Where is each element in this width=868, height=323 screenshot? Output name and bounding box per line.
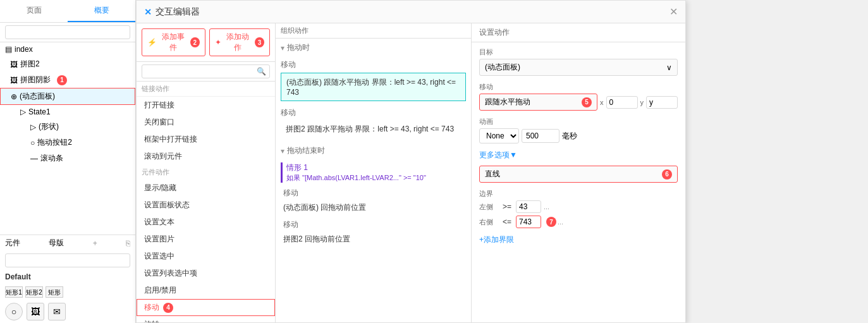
action-set-image[interactable]: 设置图片 xyxy=(137,231,275,248)
tree-item-drag-btn[interactable]: ○ 拖动按钮2 xyxy=(0,135,135,150)
action-frame-open[interactable]: 框架中打开链接 xyxy=(137,131,275,148)
left-border-label: 左侧 xyxy=(479,202,498,212)
right-val-container: 7 ... xyxy=(516,216,563,228)
action-open-link[interactable]: 打开链接 xyxy=(137,97,275,114)
add-action-button[interactable]: ✦ 添加动作 3 xyxy=(209,28,270,56)
tree-item-dynamic-panel[interactable]: ⊕ (动态面板) xyxy=(0,88,135,105)
action-move[interactable]: 移动 4 xyxy=(137,299,275,316)
drag-end-section-header[interactable]: ▾ 拖动结束时 xyxy=(276,142,471,160)
copy-icon[interactable]: ⎘ xyxy=(126,239,130,248)
action-move-label: 移动 xyxy=(144,302,159,313)
action-scroll[interactable]: 滚动到元件 xyxy=(137,148,275,165)
end-move-item-1[interactable]: (动态面板) 回拖动前位置 xyxy=(276,201,471,217)
action-panel-state[interactable]: 设置面板状态 xyxy=(137,197,275,214)
right-border-row: 右侧 <= 7 ... xyxy=(479,216,678,228)
line-select[interactable]: 直线 6 xyxy=(479,166,678,183)
purple-bar xyxy=(281,162,283,183)
y-label: y xyxy=(640,99,644,106)
more-options[interactable]: 更多选项▼ xyxy=(479,150,678,161)
tree-item-scrollbar[interactable]: — 滚动条 xyxy=(0,150,135,166)
action-search-input[interactable] xyxy=(142,64,270,78)
x-input[interactable] xyxy=(606,96,638,109)
settings-header: 设置动作 xyxy=(472,23,685,42)
action-rotate[interactable]: 旋转 xyxy=(137,316,275,322)
action-set-list-item[interactable]: 设置列表选中项 xyxy=(137,265,275,282)
condition-item: 情形 1 如果 "[Math.abs(LVAR1.left-LVAR2..." … xyxy=(276,160,471,185)
link-action-section: 链接动作 xyxy=(137,82,275,97)
move-num-badge: 5 xyxy=(578,97,592,107)
y-input[interactable] xyxy=(646,96,678,109)
tree-label: (形状) xyxy=(39,121,59,132)
tree-item-shape[interactable]: ▷ (形状) xyxy=(0,119,135,135)
minus-icon: — xyxy=(30,154,38,163)
duration-unit: 毫秒 xyxy=(562,131,577,142)
action-enable-disable[interactable]: 启用/禁用 xyxy=(137,282,275,299)
target-select[interactable]: (动态面板) ∨ xyxy=(479,59,678,76)
mail-shape[interactable]: ✉ xyxy=(48,303,66,320)
target-label: 目标 xyxy=(479,47,678,57)
num-badge-1: 1 xyxy=(57,75,67,85)
tree-item-shadow[interactable]: 🖼 拼图阴影 1 xyxy=(0,72,135,88)
drag-move-item-selected[interactable]: (动态面板) 跟随水平拖动 界限：left >= 43, right <= 74… xyxy=(281,73,466,101)
left-border-row: 左侧 >= ... xyxy=(479,200,678,213)
animation-field: 动画 None 毫秒 xyxy=(479,117,678,143)
move-select[interactable]: 跟随水平拖动 5 xyxy=(479,94,597,111)
image-shape[interactable]: 🖼 xyxy=(27,303,44,320)
tree-label: 滚动条 xyxy=(40,153,63,164)
circle-shape[interactable]: ○ xyxy=(5,303,23,320)
action-set-selected[interactable]: 设置选中 xyxy=(137,248,275,265)
action-move-num: 4 xyxy=(163,303,173,313)
duration-input[interactable] xyxy=(522,129,559,143)
left-search xyxy=(0,23,135,42)
plus-icon: ✦ xyxy=(215,38,221,47)
tab-overview[interactable]: 概要 xyxy=(68,0,135,22)
drag-section-header[interactable]: ▾ 拖动时 xyxy=(276,39,471,57)
tree-item-state1[interactable]: ▷ State1 xyxy=(0,105,135,119)
search-input[interactable] xyxy=(5,25,130,39)
element-search[interactable] xyxy=(5,253,130,267)
left-panel: 页面 概要 ▤ index 🖼 拼图2 🖼 拼图阴影 1 ⊕ (动态面板) ▷ … xyxy=(0,0,136,323)
action-show-hide[interactable]: 显示/隐藏 xyxy=(137,180,275,197)
shape-icons-row: ○ 🖼 ✉ xyxy=(0,300,135,323)
add-icon[interactable]: + xyxy=(93,239,97,248)
panel-icon: ⊕ xyxy=(11,92,17,101)
move-input-row: 跟随水平拖动 5 x y xyxy=(479,94,678,111)
line-num-badge: 6 xyxy=(658,169,672,180)
line-row: 直线 6 xyxy=(479,166,678,183)
chevron-down-icon-3: ∨ xyxy=(666,63,672,72)
close-button[interactable]: ✕ xyxy=(669,6,678,18)
dialog-body: ⚡ 添加事件 2 ✦ 添加动作 3 🔍 链接动作 打开链接 关闭窗 xyxy=(137,23,685,322)
action-set-text[interactable]: 设置文本 xyxy=(137,214,275,231)
expand-icon: ▷ xyxy=(20,107,26,116)
shape-row: 矩形1 矩形2 矩形 xyxy=(0,284,135,300)
master-tab[interactable]: 母版 xyxy=(49,238,64,248)
add-event-button[interactable]: ⚡ 添加事件 2 xyxy=(142,28,205,56)
left-panel-tabs: 页面 概要 xyxy=(0,0,135,23)
add-limit-button[interactable]: +添加界限 xyxy=(479,235,678,245)
shape-rect3[interactable]: 矩形 xyxy=(46,286,63,298)
tree-label: 拼图阴影 xyxy=(20,75,51,85)
main-dialog: ✕ 交互编辑器 ✕ ⚡ 添加事件 2 ✦ 添加动作 3 xyxy=(136,0,686,323)
action-close-window[interactable]: 关闭窗口 xyxy=(137,114,275,131)
add-event-label: 添加事件 xyxy=(159,32,188,53)
drag-move-item-2[interactable]: 拼图2 跟随水平拖动 界限：left >= 43, right <= 743 xyxy=(281,121,466,138)
shape-rect1[interactable]: 矩形1 xyxy=(5,286,23,298)
tree-label: 拼图2 xyxy=(20,59,40,70)
element-tab[interactable]: 元件 xyxy=(5,238,20,248)
left-val-input[interactable] xyxy=(516,200,541,213)
end-move-item-2[interactable]: 拼图2 回拖动前位置 xyxy=(276,233,471,248)
animation-select[interactable]: None xyxy=(479,128,519,143)
right-val-input[interactable] xyxy=(516,216,541,228)
dialog-icon: ✕ xyxy=(144,7,152,17)
shape-rect2[interactable]: 矩形2 xyxy=(25,286,43,298)
tree-item-index[interactable]: ▤ index xyxy=(0,42,135,56)
tab-page[interactable]: 页面 xyxy=(0,0,68,22)
target-field: 目标 (动态面板) ∨ xyxy=(479,47,678,76)
tree-label: index xyxy=(15,45,33,54)
action-column: ⚡ 添加事件 2 ✦ 添加动作 3 🔍 链接动作 打开链接 关闭窗 xyxy=(137,23,276,322)
tree-item-pic2[interactable]: 🖼 拼图2 xyxy=(0,56,135,72)
animation-row: None 毫秒 xyxy=(479,128,678,143)
right-border-label: 右侧 xyxy=(479,217,498,227)
add-action-num: 3 xyxy=(255,37,264,47)
dialog-header: ✕ 交互编辑器 ✕ xyxy=(137,1,685,23)
